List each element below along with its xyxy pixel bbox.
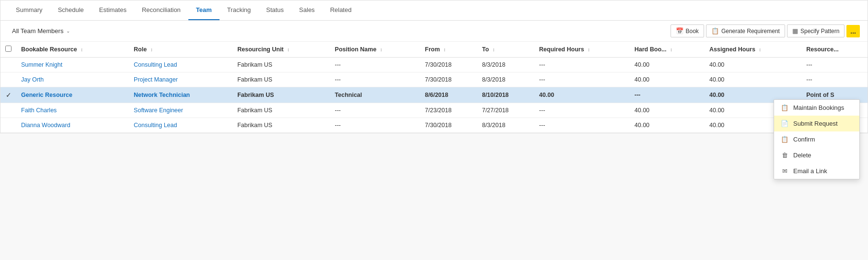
- row-to: 8/10/2018: [477, 87, 534, 103]
- header-assigned-hours[interactable]: Assigned Hours ↕: [705, 42, 801, 58]
- row-check-cell[interactable]: ✓: [0, 87, 16, 103]
- tab-reconciliation[interactable]: Reconciliation: [134, 0, 188, 20]
- row-resource: ---: [801, 58, 868, 72]
- context-dropdown-menu: 📋 Maintain Bookings 📄 Submit Request 📋 C…: [774, 99, 860, 179]
- submit-request-icon: 📄: [781, 120, 788, 127]
- sort-resourcing-unit-icon: ↕: [287, 47, 289, 52]
- dropdown-item-maintain[interactable]: 📋 Maintain Bookings: [774, 100, 859, 116]
- specify-label: Specify Pattern: [800, 28, 839, 35]
- row-resourcing-unit: Fabrikam US: [232, 103, 330, 118]
- row-hard-boo: 40.00: [630, 72, 705, 87]
- row-position-name: ---: [330, 103, 420, 118]
- specify-pattern-button[interactable]: ▦ Specify Pattern: [787, 24, 845, 37]
- header-hard-boo[interactable]: Hard Boo... ↕: [630, 42, 705, 58]
- header-to[interactable]: To ↕: [477, 42, 534, 58]
- row-bookable-resource[interactable]: Dianna Woodward: [16, 118, 129, 133]
- specify-icon: ▦: [792, 27, 798, 35]
- dropdown-item-delete[interactable]: 🗑 Delete: [774, 147, 859, 163]
- generate-icon: 📋: [711, 27, 719, 35]
- maintain-bookings-icon: 📋: [781, 104, 788, 111]
- dropdown-item-confirm[interactable]: 📋 Confirm: [774, 131, 859, 147]
- select-all-checkbox[interactable]: [5, 46, 12, 52]
- tab-status[interactable]: Status: [258, 0, 291, 20]
- header-resourcing-unit[interactable]: Resourcing Unit ↕: [232, 42, 330, 58]
- row-required-hours: ---: [534, 103, 630, 118]
- more-button[interactable]: ...: [846, 25, 860, 37]
- tab-sales[interactable]: Sales: [291, 0, 323, 20]
- row-bookable-resource[interactable]: Faith Charles: [16, 103, 129, 118]
- row-bookable-resource[interactable]: Jay Orth: [16, 72, 129, 87]
- row-check-cell[interactable]: [0, 103, 16, 118]
- book-button[interactable]: 📅 Book: [671, 24, 704, 37]
- tab-related[interactable]: Related: [323, 0, 359, 20]
- dropdown-item-delete-label: Delete: [793, 152, 811, 159]
- row-role[interactable]: Consulting Lead: [129, 118, 232, 133]
- filter-label: All Team Members: [12, 27, 63, 35]
- row-required-hours: ---: [534, 58, 630, 72]
- book-icon: 📅: [676, 27, 683, 35]
- dropdown-item-submit[interactable]: 📄 Submit Request: [774, 116, 859, 131]
- table-header-row: Bookable Resource ↕ Role ↕ Resourcing Un…: [0, 42, 868, 58]
- row-to: 8/3/2018: [477, 58, 534, 72]
- table-body: Summer KnightConsulting LeadFabrikam US-…: [0, 58, 868, 133]
- header-role[interactable]: Role ↕: [129, 42, 232, 58]
- table-row: Faith CharlesSoftware EngineerFabrikam U…: [0, 103, 868, 118]
- row-resourcing-unit: Fabrikam US: [232, 87, 330, 103]
- generate-requirement-button[interactable]: 📋 Generate Requirement: [706, 24, 785, 37]
- dropdown-item-email[interactable]: ✉ Email a Link: [774, 163, 859, 179]
- email-link-icon: ✉: [781, 167, 788, 175]
- delete-icon: 🗑: [781, 152, 788, 159]
- tab-estimates[interactable]: Estimates: [92, 0, 134, 20]
- row-role[interactable]: Consulting Lead: [129, 58, 232, 72]
- sort-to-icon: ↕: [493, 47, 495, 52]
- row-from: 8/6/2018: [420, 87, 477, 103]
- dropdown-item-confirm-label: Confirm: [793, 136, 815, 143]
- dropdown-item-email-label: Email a Link: [793, 167, 827, 175]
- sort-from-icon: ↕: [443, 47, 446, 52]
- row-from: 7/30/2018: [420, 58, 477, 72]
- filter-dropdown[interactable]: All Team Members ⌄: [8, 25, 74, 36]
- tab-schedule[interactable]: Schedule: [50, 0, 92, 20]
- row-bookable-resource[interactable]: Summer Knight: [16, 58, 129, 72]
- header-position-name-label: Position Name: [335, 46, 377, 53]
- row-hard-boo: 40.00: [630, 103, 705, 118]
- row-assigned-hours: 40.00: [705, 72, 801, 87]
- header-resource-label: Resource...: [806, 46, 838, 53]
- header-bookable-resource[interactable]: Bookable Resource ↕: [16, 42, 129, 58]
- row-from: 7/30/2018: [420, 118, 477, 133]
- row-role[interactable]: Network Technician: [129, 87, 232, 103]
- row-position-name: Technical: [330, 87, 420, 103]
- row-hard-boo: ---: [630, 87, 705, 103]
- dropdown-item-submit-label: Submit Request: [793, 120, 838, 127]
- header-bookable-resource-label: Bookable Resource: [21, 46, 77, 53]
- generate-label: Generate Requirement: [721, 28, 780, 35]
- header-from[interactable]: From ↕: [420, 42, 477, 58]
- row-role[interactable]: Software Engineer: [129, 103, 232, 118]
- row-check-cell[interactable]: [0, 72, 16, 87]
- row-required-hours: ---: [534, 118, 630, 133]
- book-label: Book: [686, 28, 699, 35]
- row-check-cell[interactable]: [0, 58, 16, 72]
- header-to-label: To: [482, 46, 489, 53]
- row-role[interactable]: Project Manager: [129, 72, 232, 87]
- table-row: Dianna WoodwardConsulting LeadFabrikam U…: [0, 118, 868, 133]
- sort-position-name-icon: ↕: [380, 47, 382, 52]
- table-area: Bookable Resource ↕ Role ↕ Resourcing Un…: [0, 42, 868, 133]
- team-table: Bookable Resource ↕ Role ↕ Resourcing Un…: [0, 42, 868, 133]
- header-required-hours[interactable]: Required Hours ↕: [534, 42, 630, 58]
- tab-team[interactable]: Team: [188, 0, 220, 20]
- header-check[interactable]: [0, 42, 16, 58]
- row-position-name: ---: [330, 58, 420, 72]
- row-to: 8/3/2018: [477, 118, 534, 133]
- tab-summary[interactable]: Summary: [8, 0, 50, 20]
- header-resourcing-unit-label: Resourcing Unit: [237, 46, 284, 53]
- row-check-cell[interactable]: [0, 118, 16, 133]
- row-position-name: ---: [330, 118, 420, 133]
- row-hard-boo: 40.00: [630, 58, 705, 72]
- row-bookable-resource[interactable]: Generic Resource: [16, 87, 129, 103]
- row-resource: ---: [801, 72, 868, 87]
- table-row: ✓Generic ResourceNetwork TechnicianFabri…: [0, 87, 868, 103]
- header-position-name[interactable]: Position Name ↕: [330, 42, 420, 58]
- tab-tracking[interactable]: Tracking: [220, 0, 258, 20]
- sort-assigned-hours-icon: ↕: [759, 47, 761, 52]
